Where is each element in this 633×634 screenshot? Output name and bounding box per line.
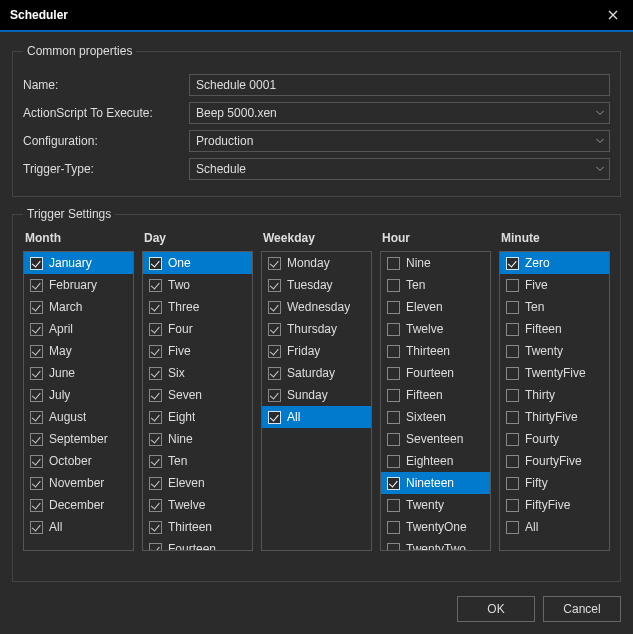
checkbox-icon[interactable] [268, 301, 281, 314]
checkbox-icon[interactable] [506, 477, 519, 490]
checkbox-icon[interactable] [149, 543, 162, 551]
checkbox-icon[interactable] [268, 367, 281, 380]
configuration-value[interactable] [189, 130, 610, 152]
checkbox-icon[interactable] [30, 323, 43, 336]
checkbox-icon[interactable] [30, 279, 43, 292]
checkbox-icon[interactable] [149, 499, 162, 512]
checkbox-icon[interactable] [506, 499, 519, 512]
checkbox-icon[interactable] [268, 323, 281, 336]
list-item[interactable]: December [24, 494, 133, 516]
list-item[interactable]: Twenty [500, 340, 609, 362]
list-item[interactable]: Seventeen [381, 428, 490, 450]
actionscript-select[interactable] [189, 102, 610, 124]
list-item[interactable]: Fifty [500, 472, 609, 494]
list-item[interactable]: Zero [500, 252, 609, 274]
checkbox-icon[interactable] [149, 411, 162, 424]
list-item[interactable]: November [24, 472, 133, 494]
list-item[interactable]: August [24, 406, 133, 428]
checkbox-icon[interactable] [149, 367, 162, 380]
checkbox-icon[interactable] [387, 345, 400, 358]
list-item[interactable]: Ten [500, 296, 609, 318]
checkbox-icon[interactable] [387, 411, 400, 424]
checkbox-icon[interactable] [506, 301, 519, 314]
checkbox-icon[interactable] [149, 521, 162, 534]
list-item[interactable]: Ten [381, 274, 490, 296]
list-item[interactable]: FourtyFive [500, 450, 609, 472]
checkbox-icon[interactable] [506, 279, 519, 292]
list-item[interactable]: Eleven [143, 472, 252, 494]
list-item[interactable]: Fourteen [381, 362, 490, 384]
list-item[interactable]: Nineteen [381, 472, 490, 494]
list-item[interactable]: Twelve [381, 318, 490, 340]
checkbox-icon[interactable] [30, 345, 43, 358]
checkbox-icon[interactable] [506, 433, 519, 446]
checkbox-icon[interactable] [149, 433, 162, 446]
list-item[interactable]: Saturday [262, 362, 371, 384]
checkbox-icon[interactable] [268, 257, 281, 270]
list-item[interactable]: Fifteen [500, 318, 609, 340]
checkbox-icon[interactable] [30, 301, 43, 314]
checkbox-icon[interactable] [30, 389, 43, 402]
list-item[interactable]: Fifteen [381, 384, 490, 406]
list-item[interactable]: Two [143, 274, 252, 296]
list-item[interactable]: TwentyTwo [381, 538, 490, 550]
list-item[interactable]: One [143, 252, 252, 274]
close-icon[interactable] [603, 5, 623, 25]
checkbox-icon[interactable] [149, 345, 162, 358]
checkbox-icon[interactable] [30, 367, 43, 380]
list-item[interactable]: Eight [143, 406, 252, 428]
list-item[interactable]: Thirteen [143, 516, 252, 538]
list-item[interactable]: June [24, 362, 133, 384]
checkbox-icon[interactable] [149, 477, 162, 490]
checkbox-icon[interactable] [149, 279, 162, 292]
checkbox-icon[interactable] [268, 411, 281, 424]
checkbox-icon[interactable] [506, 455, 519, 468]
list-item[interactable]: Thursday [262, 318, 371, 340]
checkbox-icon[interactable] [506, 411, 519, 424]
list-item[interactable]: Eighteen [381, 450, 490, 472]
cancel-button[interactable]: Cancel [543, 596, 621, 622]
list-item[interactable]: All [262, 406, 371, 428]
list-item[interactable]: Thirty [500, 384, 609, 406]
list-item[interactable]: Twelve [143, 494, 252, 516]
list-item[interactable]: Thirteen [381, 340, 490, 362]
configuration-select[interactable] [189, 130, 610, 152]
list-item[interactable]: Wednesday [262, 296, 371, 318]
checkbox-icon[interactable] [387, 521, 400, 534]
list-item[interactable]: Fourteen [143, 538, 252, 550]
checkbox-icon[interactable] [387, 367, 400, 380]
checkbox-icon[interactable] [387, 477, 400, 490]
checkbox-icon[interactable] [149, 455, 162, 468]
list-item[interactable]: October [24, 450, 133, 472]
trigger-type-select[interactable] [189, 158, 610, 180]
list-item[interactable]: January [24, 252, 133, 274]
checkbox-icon[interactable] [30, 499, 43, 512]
list-item[interactable]: TwentyFive [500, 362, 609, 384]
trigger-type-value[interactable] [189, 158, 610, 180]
checkbox-icon[interactable] [30, 433, 43, 446]
checkbox-icon[interactable] [506, 389, 519, 402]
list-item[interactable]: Fourty [500, 428, 609, 450]
actionscript-value[interactable] [189, 102, 610, 124]
list-item[interactable]: Tuesday [262, 274, 371, 296]
checkbox-icon[interactable] [506, 367, 519, 380]
checkbox-icon[interactable] [387, 323, 400, 336]
list-item[interactable]: July [24, 384, 133, 406]
list-item[interactable]: Sunday [262, 384, 371, 406]
checkbox-icon[interactable] [506, 521, 519, 534]
checkbox-icon[interactable] [30, 411, 43, 424]
list-item[interactable]: May [24, 340, 133, 362]
checkbox-icon[interactable] [387, 543, 400, 551]
list-item[interactable]: Ten [143, 450, 252, 472]
list-item[interactable]: Nine [143, 428, 252, 450]
hour-listbox[interactable]: NineTenElevenTwelveThirteenFourteenFifte… [380, 251, 491, 551]
list-item[interactable]: March [24, 296, 133, 318]
checkbox-icon[interactable] [506, 257, 519, 270]
list-item[interactable]: Six [143, 362, 252, 384]
checkbox-icon[interactable] [268, 389, 281, 402]
checkbox-icon[interactable] [506, 323, 519, 336]
checkbox-icon[interactable] [387, 257, 400, 270]
minute-listbox[interactable]: ZeroFiveTenFifteenTwentyTwentyFiveThirty… [499, 251, 610, 551]
list-item[interactable]: February [24, 274, 133, 296]
list-item[interactable]: Sixteen [381, 406, 490, 428]
